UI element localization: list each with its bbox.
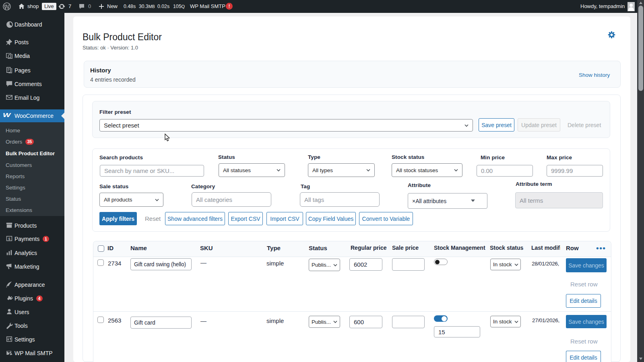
svg-text:$: $	[8, 237, 10, 241]
